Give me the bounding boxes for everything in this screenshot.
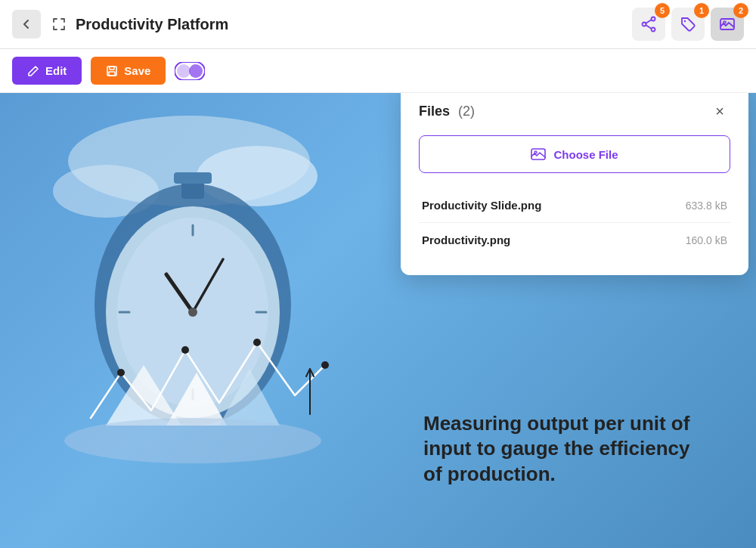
tag-button[interactable]: 1 <box>671 8 705 41</box>
tag-badge: 1 <box>694 3 709 18</box>
share-button[interactable]: 5 <box>632 8 665 41</box>
image-button[interactable]: 2 <box>711 8 744 41</box>
save-label: Save <box>124 64 150 77</box>
close-button[interactable]: × <box>709 101 730 122</box>
svg-point-28 <box>188 308 197 317</box>
app-container: Productivity Platform 5 1 <box>0 0 756 548</box>
choose-file-label: Choose File <box>553 148 618 161</box>
svg-point-33 <box>181 346 189 354</box>
svg-point-13 <box>189 64 203 78</box>
file-item-1: Productivity Slide.png 633.8 kB <box>419 188 730 223</box>
popup-count: (2) <box>458 104 475 119</box>
file-name-2: Productivity.png <box>422 234 510 246</box>
svg-line-4 <box>646 25 652 29</box>
popup-title: Files (2) <box>419 104 475 119</box>
edit-label: Edit <box>45 64 67 77</box>
svg-point-2 <box>652 28 655 32</box>
slide-text-content: Measuring output per unit of input to ga… <box>423 412 689 486</box>
share-icon <box>640 16 657 33</box>
file-list: Productivity Slide.png 633.8 kB Producti… <box>419 188 730 257</box>
save-button[interactable]: Save <box>91 57 166 85</box>
files-popup: Files (2) × Choose File Productivity Sli… <box>401 93 748 275</box>
back-icon <box>20 18 33 30</box>
expand-icon <box>51 17 67 32</box>
save-icon <box>106 65 118 77</box>
toggle-button[interactable] <box>175 62 205 80</box>
slide-text: Measuring output per unit of input to ga… <box>423 411 711 488</box>
file-item-2: Productivity.png 160.0 kB <box>419 223 730 257</box>
popup-header: Files (2) × <box>419 101 730 122</box>
toggle-icon <box>175 62 205 80</box>
share-badge: 5 <box>655 3 670 18</box>
edit-button[interactable]: Edit <box>12 57 82 85</box>
svg-line-3 <box>646 20 652 23</box>
svg-point-1 <box>643 23 646 26</box>
svg-point-37 <box>64 418 321 463</box>
svg-point-12 <box>177 64 191 78</box>
svg-rect-20 <box>174 172 212 184</box>
edit-icon <box>27 65 39 77</box>
svg-point-34 <box>253 339 261 346</box>
image-upload-icon <box>531 147 546 162</box>
file-size-2: 160.0 kB <box>686 234 727 246</box>
clock-illustration <box>45 101 333 463</box>
choose-file-button[interactable]: Choose File <box>419 135 730 173</box>
svg-point-35 <box>321 361 329 369</box>
toolbar: Edit Save <box>0 49 756 93</box>
svg-point-5 <box>684 20 686 22</box>
header-actions: 5 1 2 <box>632 8 744 41</box>
image-icon <box>719 16 736 33</box>
page-title: Productivity Platform <box>76 16 623 33</box>
file-name-1: Productivity Slide.png <box>422 199 541 212</box>
main-content: Measuring output per unit of input to ga… <box>0 93 756 548</box>
tag-icon <box>680 16 696 33</box>
file-size-1: 633.8 kB <box>686 200 727 212</box>
svg-point-32 <box>117 369 125 376</box>
image-badge: 2 <box>733 3 748 18</box>
back-button[interactable] <box>12 10 41 39</box>
header: Productivity Platform 5 1 <box>0 0 756 49</box>
svg-point-0 <box>652 17 655 21</box>
svg-rect-9 <box>110 67 114 70</box>
